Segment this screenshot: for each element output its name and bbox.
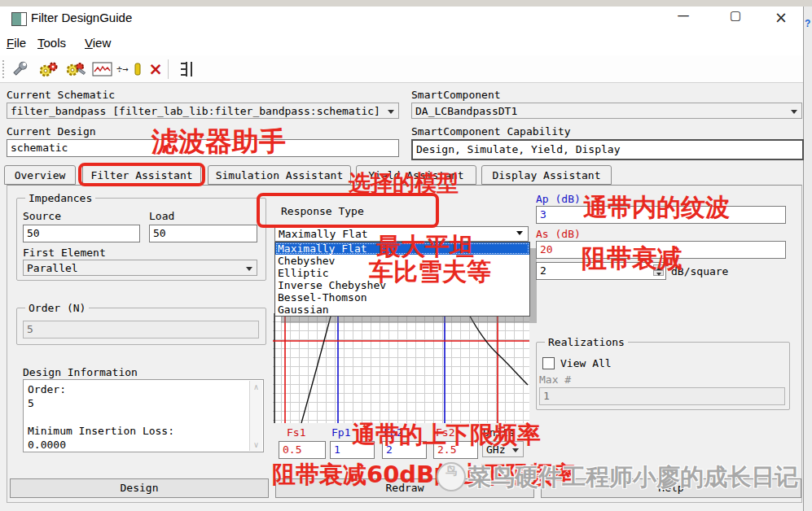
- smart-component-label: SmartComponent: [411, 89, 501, 101]
- info-line: Order:: [28, 382, 247, 396]
- order-field: 5: [23, 321, 259, 338]
- info-line: [28, 410, 247, 424]
- scrollbar[interactable]: ∧ ∨: [249, 381, 262, 451]
- menu-file-mnemonic: F: [7, 36, 14, 50]
- capability-label: SmartComponent Capability: [411, 125, 571, 138]
- menu-file-rest: ile: [14, 36, 26, 50]
- first-element-combo[interactable]: Parallel: [23, 260, 257, 276]
- fs1-field[interactable]: 0.5: [279, 441, 326, 459]
- max-label: Max #: [539, 373, 571, 386]
- current-schematic-combo[interactable]: filter_bandpass [filter_lab_lib:filter_b…: [7, 103, 399, 119]
- watermark-logo: 鸟: [437, 462, 466, 491]
- chevron-down-icon: [791, 110, 797, 114]
- tab-display-assistant[interactable]: Display Assistant: [481, 165, 612, 185]
- scroll-up-icon[interactable]: ∧: [250, 382, 262, 391]
- plot-icon[interactable]: [91, 59, 114, 80]
- impedances-legend: Impedances: [25, 192, 95, 204]
- info-line: Minimum Insertion Loss:: [28, 424, 247, 438]
- db-square-value: 2: [540, 264, 546, 277]
- view-all-label: View All: [560, 357, 612, 369]
- toolbar-separator: [168, 59, 169, 79]
- annotation-filter-assistant: 滤波器助手: [151, 124, 286, 160]
- current-schematic-value: filter_bandpass [filter_lab_lib:filter_b…: [11, 105, 380, 117]
- source-label: Source: [23, 210, 61, 222]
- source-field[interactable]: 50: [23, 225, 140, 242]
- fp1-label: Fp1: [331, 426, 350, 439]
- menu-view-rest: iew: [93, 36, 112, 50]
- minimize-button[interactable]: —: [669, 8, 697, 28]
- menu-tools-mnemonic: T: [37, 36, 44, 50]
- first-element-label: First Element: [23, 247, 106, 259]
- tab-overview[interactable]: Overview: [4, 165, 76, 185]
- dropdown-option-gaussian[interactable]: Gaussian: [275, 304, 529, 316]
- max-field: 1: [539, 387, 785, 405]
- optimize-gears-icon[interactable]: [64, 59, 88, 80]
- annotation-passband-limits: 通带的上下限频率: [352, 419, 541, 452]
- info-line: 0.0000: [28, 438, 247, 452]
- as-label: As (dB): [536, 228, 581, 240]
- annotation-box-filter-assistant-tab: [78, 163, 205, 186]
- ap-label: Ap (dB): [536, 193, 581, 205]
- menu-view[interactable]: View: [85, 36, 111, 50]
- annotation-passband-ripple: 通带内的纹波: [583, 191, 730, 225]
- menu-tools-rest: ools: [44, 36, 67, 50]
- annotation-box-response-type: [257, 193, 439, 228]
- scroll-down-icon[interactable]: ∨: [250, 440, 262, 449]
- current-schematic-label: Current Schematic: [7, 89, 115, 101]
- current-design-label: Current Design: [7, 125, 96, 138]
- window-title: Filter DesignGuide: [31, 11, 132, 24]
- annotation-stopband-atten: 阻带衰减: [582, 242, 683, 276]
- close-button[interactable]: ×: [767, 8, 795, 28]
- load-field[interactable]: 50: [149, 225, 257, 242]
- chevron-down-icon[interactable]: [516, 231, 523, 235]
- background-window-right-strip: [803, 7, 812, 511]
- toolbar-grip: [2, 60, 7, 78]
- filter-response-chart: [273, 313, 529, 423]
- schematic-panel-icon[interactable]: [174, 59, 197, 80]
- order-legend: Order (N): [25, 302, 89, 314]
- design-button[interactable]: Design: [10, 478, 269, 498]
- load-label: Load: [149, 210, 174, 222]
- capability-field[interactable]: Design, Simulate, Yield, Display: [411, 139, 804, 160]
- chevron-down-icon: [388, 110, 394, 114]
- tab-simulation-assistant[interactable]: Simulation Assistant: [208, 165, 351, 185]
- response-type-value: Maximally Flat: [279, 228, 368, 240]
- svg-text:÷→: ÷→: [116, 63, 128, 75]
- background-help-badge: ?: [805, 18, 810, 29]
- component-divide-icon[interactable]: ÷→: [116, 59, 143, 80]
- design-information-box: Order: 5 Minimum Insertion Loss: 0.0000 …: [23, 379, 264, 452]
- menu-bar: [0, 31, 803, 55]
- maximize-button[interactable]: ▢: [722, 8, 749, 28]
- realizations-legend: Realizations: [545, 336, 628, 348]
- tune-gears-icon[interactable]: [36, 59, 60, 80]
- view-all-checkbox[interactable]: [542, 357, 555, 369]
- info-line: 5: [28, 396, 247, 410]
- first-element-value: Parallel: [27, 262, 78, 274]
- menu-view-mnemonic: V: [85, 36, 93, 50]
- app-icon: [11, 12, 27, 26]
- dropdown-option-bessel-thomson[interactable]: Bessel-Thomson: [275, 291, 529, 304]
- lower-skirt-curve: [301, 313, 331, 423]
- smart-component-combo[interactable]: DA_LCBandpassDT1: [411, 103, 802, 119]
- menu-tools[interactable]: Tools: [37, 36, 66, 50]
- watermark-text: 菜鸟硬件工程师小廖的成长日记: [467, 461, 798, 494]
- menu-file[interactable]: File: [7, 36, 26, 50]
- fs1-label: Fs1: [287, 426, 305, 439]
- design-information-label: Design Information: [23, 366, 138, 378]
- chevron-down-icon: [246, 267, 252, 271]
- smart-component-value: DA_LCBandpassDT1: [415, 105, 517, 117]
- wrench-icon[interactable]: [8, 59, 31, 80]
- annotation-selected-model: 选择的模型: [349, 168, 459, 198]
- annotation-chebyshev-etc: 车比雪夫等: [369, 256, 491, 289]
- delete-icon[interactable]: ×: [145, 59, 166, 80]
